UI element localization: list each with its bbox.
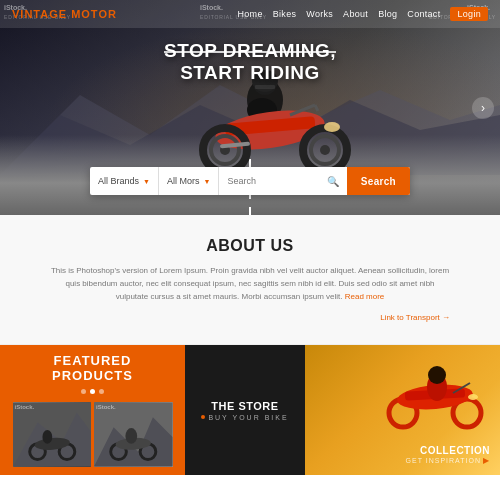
nav-home[interactable]: Home xyxy=(238,9,263,19)
nav: Home Bikes Works About Blog Contact Logi… xyxy=(238,7,488,21)
logo-suffix: Motor xyxy=(67,8,117,20)
svg-point-14 xyxy=(320,145,330,155)
svg-point-38 xyxy=(468,394,478,400)
login-button[interactable]: Login xyxy=(450,7,488,21)
carousel-next-arrow[interactable]: › xyxy=(472,97,494,119)
about-body-text: This is Photoshop's version of Lorem Ips… xyxy=(51,266,449,301)
search-input-wrap: 🔍 xyxy=(219,176,346,187)
hero-title: STOP DREAMING, START RIDING xyxy=(0,40,500,84)
svg-point-18 xyxy=(324,122,340,132)
svg-point-36 xyxy=(428,366,446,384)
the-store-block[interactable]: THE STORE BUY YOUR BIKE xyxy=(185,345,305,475)
search-bar: All Brands ▼ All Mors ▼ 🔍 Search xyxy=(90,167,410,195)
store-dot xyxy=(201,415,205,419)
hero-stop-dreaming: STOP DREAMING, xyxy=(164,40,336,61)
search-icon: 🔍 xyxy=(327,176,339,187)
featured-thumb-1[interactable]: iStock. xyxy=(13,402,92,467)
featured-thumbnails: iStock. iStock. xyxy=(13,402,173,467)
nav-contact[interactable]: Contact xyxy=(407,9,440,19)
model-dropdown-arrow: ▼ xyxy=(203,178,210,185)
logo: VINTAGE Motor xyxy=(12,8,117,20)
header: VINTAGE Motor Home Bikes Works About Blo… xyxy=(0,0,500,28)
collection-subtitle: GET INSPIRATION ▶ xyxy=(406,456,490,465)
svg-point-24 xyxy=(42,430,52,444)
featured-title: FEATURED PRODUCTS xyxy=(12,353,173,383)
store-title: THE STORE xyxy=(211,400,278,412)
hero-text: STOP DREAMING, START RIDING xyxy=(0,40,500,84)
nav-works[interactable]: Works xyxy=(306,9,333,19)
svg-point-30 xyxy=(125,429,137,445)
brand-dropdown-label: All Brands xyxy=(98,176,139,186)
hero-start-riding: START RIDING xyxy=(180,62,320,83)
read-more-link[interactable]: Read more xyxy=(345,292,385,301)
collection-title: COLLECTION xyxy=(406,445,490,456)
collection-arrow-icon: ▶ xyxy=(483,456,490,465)
about-section: ABOUT US This is Photoshop's version of … xyxy=(0,215,500,345)
collection-motorcycle xyxy=(375,355,495,430)
thumb1-watermark: iStock. xyxy=(15,404,35,410)
nav-about[interactable]: About xyxy=(343,9,368,19)
bottom-row: FEATURED PRODUCTS iStock. xyxy=(0,345,500,475)
search-input[interactable] xyxy=(227,176,322,186)
about-body: This is Photoshop's version of Lorem Ips… xyxy=(50,265,450,303)
thumb2-watermark: iStock. xyxy=(96,404,116,410)
dot-1[interactable] xyxy=(81,389,86,394)
transport-link[interactable]: Link to Transport → xyxy=(50,313,450,322)
hero-section: iStock. EDITORIAL USE ONLY iStock. EDITO… xyxy=(0,0,500,215)
collection-label: COLLECTION GET INSPIRATION ▶ xyxy=(406,445,490,465)
featured-products-block: FEATURED PRODUCTS iStock. xyxy=(0,345,185,475)
brand-dropdown-arrow: ▼ xyxy=(143,178,150,185)
search-button[interactable]: Search xyxy=(347,167,410,195)
model-dropdown[interactable]: All Mors ▼ xyxy=(159,167,219,195)
svg-line-16 xyxy=(315,105,318,111)
dot-2[interactable] xyxy=(90,389,95,394)
featured-thumb-2[interactable]: iStock. xyxy=(94,402,173,467)
logo-text: INTAGE xyxy=(20,8,67,20)
nav-bikes[interactable]: Bikes xyxy=(273,9,297,19)
store-subtitle: BUY YOUR BIKE xyxy=(201,414,288,421)
store-subtitle-text: BUY YOUR BIKE xyxy=(208,414,288,421)
nav-blog[interactable]: Blog xyxy=(378,9,397,19)
collection-block[interactable]: COLLECTION GET INSPIRATION ▶ xyxy=(305,345,500,475)
dot-3[interactable] xyxy=(99,389,104,394)
model-dropdown-label: All Mors xyxy=(167,176,200,186)
brand-dropdown[interactable]: All Brands ▼ xyxy=(90,167,159,195)
about-title: ABOUT US xyxy=(50,237,450,255)
svg-rect-5 xyxy=(255,85,275,89)
dot-indicator xyxy=(81,389,104,394)
collection-subtitle-text: GET INSPIRATION xyxy=(406,457,481,464)
